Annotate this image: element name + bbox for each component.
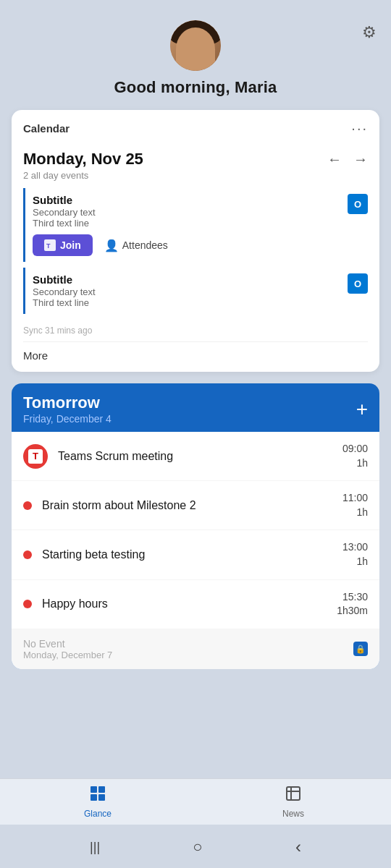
- schedule-event-3[interactable]: Starting beta testing 13:00 1h: [12, 530, 379, 579]
- android-nav-bar: ||| ○ ‹: [0, 826, 391, 868]
- event-duration-2: 1h: [342, 506, 368, 520]
- widget-title: Calendar: [23, 122, 70, 135]
- svg-text:T: T: [46, 242, 51, 250]
- event-1-content: Subtitle Secondary text Third text line …: [33, 194, 348, 256]
- news-icon: [285, 785, 302, 807]
- event-2-secondary: Secondary text: [33, 286, 348, 297]
- attendees-label: Attendees: [122, 239, 168, 251]
- event-time-start-4: 15:30: [337, 590, 368, 605]
- event-beta-testing: Starting beta testing: [42, 548, 342, 561]
- event-duration-3: 1h: [342, 555, 368, 569]
- event-1-third: Third text line: [33, 218, 348, 229]
- event-brainstorm: Brain storm about Milestone 2: [42, 499, 342, 512]
- join-button[interactable]: T Join: [33, 234, 93, 256]
- calendar-card: Monday, Nov 25 ← → 2 all day events Subt…: [12, 140, 379, 372]
- no-event-label: No Event: [23, 638, 112, 650]
- nav-item-glance[interactable]: Glance: [0, 779, 196, 825]
- event-time-start-2: 11:00: [342, 491, 368, 506]
- event-1-secondary: Secondary text: [33, 207, 348, 218]
- tomorrow-card: Tomorrow Friday, December 4 + T Teams Sc…: [12, 383, 379, 669]
- join-label: Join: [60, 239, 81, 251]
- tomorrow-subtitle: Friday, December 4: [23, 413, 112, 425]
- svg-rect-5: [98, 794, 105, 801]
- widget-more-button[interactable]: ···: [351, 120, 368, 137]
- event-time-2: 11:00 1h: [342, 491, 368, 519]
- outlook-icon-1: O: [348, 194, 368, 214]
- schedule-list: T Teams Scrum meeting 09:00 1h Brain sto…: [12, 432, 379, 669]
- no-event-date: Monday, December 7: [23, 650, 112, 660]
- widget-header: Calendar ···: [12, 110, 379, 140]
- teams-icon: T: [23, 444, 48, 469]
- avatar[interactable]: [170, 20, 221, 71]
- calendar-nav: ← →: [327, 151, 368, 168]
- tomorrow-title-group: Tomorrow Friday, December 4: [23, 393, 112, 425]
- event-time-start-3: 13:00: [342, 540, 368, 555]
- calendar-event-1: Subtitle Secondary text Third text line …: [23, 188, 368, 262]
- bottom-nav: Glance News: [0, 778, 391, 825]
- calendar-date: Monday, Nov 25: [23, 150, 143, 169]
- calendar-date-row: Monday, Nov 25 ← →: [23, 150, 368, 169]
- teams-inner-icon: T: [28, 449, 43, 464]
- tomorrow-header: Tomorrow Friday, December 4 +: [12, 383, 379, 432]
- event-1-actions: T Join 👤 Attendees: [33, 234, 348, 256]
- calendar-event-2: Subtitle Secondary text Third text line …: [23, 268, 368, 314]
- event-dot-2: [23, 501, 32, 510]
- android-menu-button[interactable]: |||: [90, 840, 100, 855]
- event-time-1: 09:00 1h: [342, 442, 368, 470]
- no-event-group: No Event Monday, December 7: [23, 638, 112, 660]
- header: ⚙ Good morning, Maria: [0, 0, 391, 97]
- event-duration-4: 1h30m: [337, 604, 368, 618]
- schedule-event-2[interactable]: Brain storm about Milestone 2 11:00 1h: [12, 481, 379, 530]
- glance-icon: [89, 785, 106, 807]
- lock-icon: 🔒: [353, 642, 368, 656]
- svg-rect-6: [287, 787, 300, 800]
- svg-rect-4: [91, 794, 97, 801]
- settings-icon[interactable]: ⚙: [362, 23, 377, 42]
- sync-text: Sync 31 mins ago: [23, 320, 368, 339]
- outlook-icon-2: O: [348, 273, 368, 294]
- person-icon: 👤: [104, 239, 119, 252]
- event-dot-4: [23, 600, 32, 608]
- schedule-event-4[interactable]: Happy hours 15:30 1h30m: [12, 580, 379, 629]
- event-time-3: 13:00 1h: [342, 540, 368, 569]
- svg-rect-2: [91, 786, 97, 793]
- android-back-button[interactable]: ‹: [295, 837, 301, 857]
- android-home-button[interactable]: ○: [193, 838, 202, 856]
- no-event-row: No Event Monday, December 7 🔒: [12, 629, 379, 669]
- nav-forward-button[interactable]: →: [353, 151, 368, 168]
- event-time-4: 15:30 1h30m: [337, 590, 368, 618]
- event-time-start-1: 09:00: [342, 442, 368, 456]
- event-duration-1: 1h: [342, 456, 368, 471]
- svg-rect-3: [98, 786, 105, 793]
- greeting-text: Good morning, Maria: [114, 78, 277, 97]
- teams-join-icon: T: [44, 239, 56, 251]
- event-teams-scrum: Teams Scrum meeting: [58, 450, 342, 463]
- news-label: News: [282, 809, 304, 819]
- attendees-button[interactable]: 👤 Attendees: [104, 239, 168, 252]
- glance-label: Glance: [84, 809, 112, 819]
- more-link[interactable]: More: [23, 341, 368, 372]
- tomorrow-title: Tomorrow: [23, 393, 112, 412]
- event-dot-3: [23, 550, 32, 559]
- calendar-widget: Calendar ··· Monday, Nov 25 ← → 2 all da…: [12, 110, 379, 372]
- schedule-event-1[interactable]: T Teams Scrum meeting 09:00 1h: [12, 432, 379, 481]
- event-2-third: Third text line: [33, 297, 348, 308]
- nav-back-button[interactable]: ←: [327, 151, 342, 168]
- add-event-button[interactable]: +: [356, 398, 368, 421]
- event-2-title: Subtitle: [33, 273, 348, 286]
- all-day-count: 2 all day events: [23, 170, 368, 181]
- event-1-title: Subtitle: [33, 194, 348, 206]
- event-2-content: Subtitle Secondary text Third text line: [33, 273, 348, 308]
- event-happy-hours: Happy hours: [42, 597, 337, 610]
- nav-item-news[interactable]: News: [196, 779, 391, 825]
